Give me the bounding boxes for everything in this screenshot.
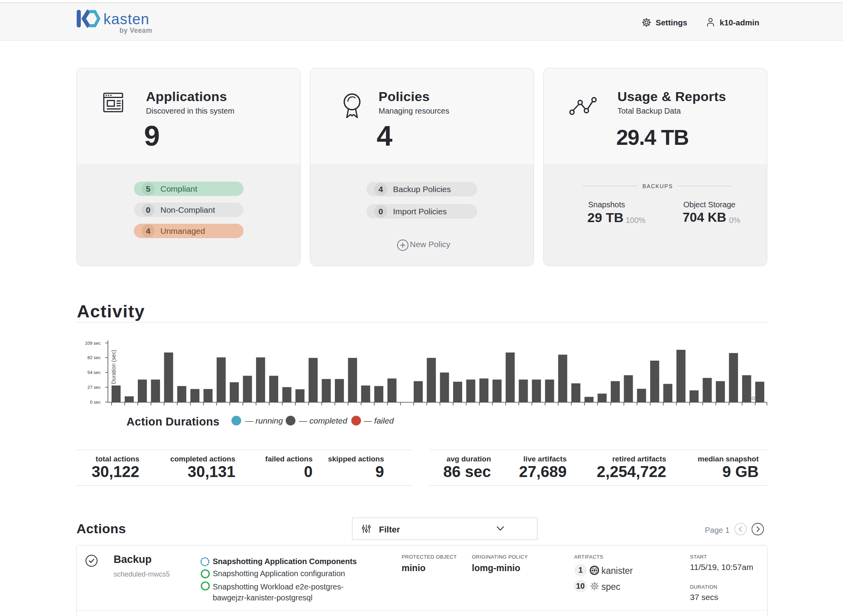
svg-text:54 sec: 54 sec xyxy=(87,370,101,375)
svg-text:0 sec: 0 sec xyxy=(90,400,101,404)
svg-text:kasten: kasten xyxy=(103,11,149,27)
svg-text:27 sec: 27 sec xyxy=(87,385,101,390)
svg-text:109 sec: 109 sec xyxy=(85,341,101,345)
svg-text:82 sec: 82 sec xyxy=(87,355,101,360)
svg-text:by Veeam: by Veeam xyxy=(119,27,152,34)
svg-text:Duration (sec): Duration (sec) xyxy=(110,350,117,384)
